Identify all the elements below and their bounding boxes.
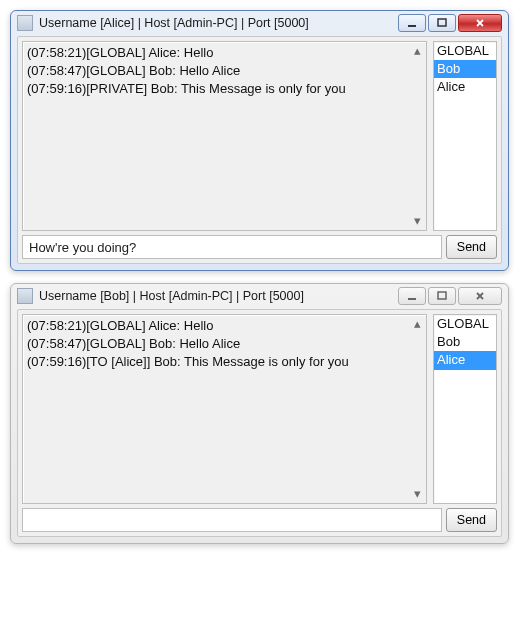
send-button[interactable]: Send <box>446 508 497 532</box>
chat-message: (07:58:47)[GLOBAL] Bob: Hello Alice <box>27 335 422 353</box>
minimize-button[interactable] <box>398 287 426 305</box>
chat-message: (07:58:21)[GLOBAL] Alice: Hello <box>27 44 422 62</box>
chat-window-bob: Username [Bob] | Host [Admin-PC] | Port … <box>10 283 509 544</box>
chat-message: (07:58:47)[GLOBAL] Bob: Hello Alice <box>27 62 422 80</box>
content-row: (07:58:21)[GLOBAL] Alice: Hello (07:58:4… <box>22 41 497 231</box>
svg-rect-3 <box>438 292 446 299</box>
message-input[interactable] <box>22 235 442 259</box>
chat-log[interactable]: (07:58:21)[GLOBAL] Alice: Hello (07:58:4… <box>22 314 427 504</box>
scroll-down-icon[interactable]: ▾ <box>409 213 425 229</box>
send-button[interactable]: Send <box>446 235 497 259</box>
scroll-down-icon[interactable]: ▾ <box>409 486 425 502</box>
scrollbar[interactable]: ▴ ▾ <box>409 43 425 229</box>
user-list-item[interactable]: GLOBAL <box>434 42 496 60</box>
app-icon <box>17 15 33 31</box>
svg-rect-0 <box>408 25 416 27</box>
chat-message: (07:59:16)[TO [Alice]] Bob: This Message… <box>27 353 422 371</box>
scroll-up-icon[interactable]: ▴ <box>409 316 425 332</box>
app-icon <box>17 288 33 304</box>
minimize-button[interactable] <box>398 14 426 32</box>
scrollbar[interactable]: ▴ ▾ <box>409 316 425 502</box>
window-controls <box>398 14 502 32</box>
window-controls <box>398 287 502 305</box>
user-list[interactable]: GLOBAL Bob Alice <box>433 41 497 231</box>
user-list-item[interactable]: Alice <box>434 351 496 369</box>
message-input[interactable] <box>22 508 442 532</box>
client-area: (07:58:21)[GLOBAL] Alice: Hello (07:58:4… <box>17 309 502 537</box>
user-list[interactable]: GLOBAL Bob Alice <box>433 314 497 504</box>
chat-window-alice: Username [Alice] | Host [Admin-PC] | Por… <box>10 10 509 271</box>
svg-rect-2 <box>408 298 416 300</box>
chat-message: (07:59:16)[PRIVATE] Bob: This Message is… <box>27 80 422 98</box>
user-list-item[interactable]: Bob <box>434 333 496 351</box>
close-button[interactable] <box>458 14 502 32</box>
chat-message: (07:58:21)[GLOBAL] Alice: Hello <box>27 317 422 335</box>
close-button[interactable] <box>458 287 502 305</box>
titlebar[interactable]: Username [Bob] | Host [Admin-PC] | Port … <box>11 284 508 309</box>
window-title: Username [Alice] | Host [Admin-PC] | Por… <box>39 16 392 30</box>
compose-row: Send <box>22 508 497 532</box>
titlebar[interactable]: Username [Alice] | Host [Admin-PC] | Por… <box>11 11 508 36</box>
scroll-up-icon[interactable]: ▴ <box>409 43 425 59</box>
client-area: (07:58:21)[GLOBAL] Alice: Hello (07:58:4… <box>17 36 502 264</box>
svg-rect-1 <box>438 19 446 26</box>
user-list-item[interactable]: Bob <box>434 60 496 78</box>
user-list-item[interactable]: GLOBAL <box>434 315 496 333</box>
window-title: Username [Bob] | Host [Admin-PC] | Port … <box>39 289 392 303</box>
maximize-button[interactable] <box>428 14 456 32</box>
content-row: (07:58:21)[GLOBAL] Alice: Hello (07:58:4… <box>22 314 497 504</box>
chat-log[interactable]: (07:58:21)[GLOBAL] Alice: Hello (07:58:4… <box>22 41 427 231</box>
compose-row: Send <box>22 235 497 259</box>
user-list-item[interactable]: Alice <box>434 78 496 96</box>
maximize-button[interactable] <box>428 287 456 305</box>
